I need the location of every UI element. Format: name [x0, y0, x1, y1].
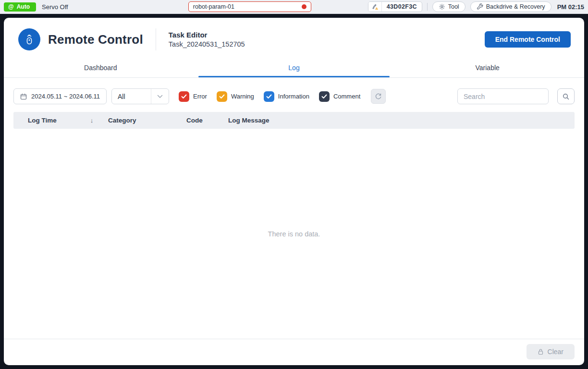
wrench-icon: [477, 3, 483, 10]
robot-id-box[interactable]: 43D02F3C: [368, 1, 422, 12]
task-name: Task_20240531_152705: [169, 40, 245, 48]
task-info: Task Editor Task_20240531_152705: [169, 31, 245, 48]
remote-control-panel: Remote Control Task Editor Task_20240531…: [4, 18, 584, 365]
log-table-body: There is no data.: [4, 129, 584, 339]
mode-badge-label: Auto: [17, 3, 30, 10]
log-time-header-label: Log Time: [28, 117, 57, 124]
system-clock: PM 02:15: [556, 3, 584, 11]
sort-desc-icon[interactable]: ↓: [90, 117, 94, 124]
backdrive-button-label: Backdrive & Recovery: [486, 3, 545, 10]
gear-icon: [439, 3, 445, 10]
category-select-value: All: [112, 89, 151, 104]
panel-header: Remote Control Task Editor Task_20240531…: [4, 18, 584, 59]
date-range-picker[interactable]: 2024.05.11 ~ 2024.06.11: [13, 88, 107, 104]
warning-checkbox-icon: [217, 91, 227, 102]
lock-icon: [538, 348, 544, 355]
information-checkbox-icon: [264, 91, 274, 102]
category-select[interactable]: All: [111, 88, 169, 104]
calendar-icon: [20, 93, 27, 100]
tab-log[interactable]: Log: [197, 59, 391, 77]
comment-checkbox-icon: [319, 91, 330, 102]
search-button[interactable]: [557, 88, 575, 104]
remote-control-logo-icon: [18, 28, 40, 50]
tab-dashboard[interactable]: Dashboard: [4, 59, 197, 77]
tab-bar: Dashboard Log Variable: [4, 59, 584, 78]
search-input[interactable]: [457, 88, 549, 104]
page-title: Task Editor: [169, 31, 245, 39]
robot-param-field[interactable]: robot-param-01: [188, 1, 311, 12]
top-system-bar: @ Auto Servo Off robot-param-01 43D02F3C: [0, 0, 588, 14]
filter-checkbox-comment[interactable]: Comment: [319, 91, 360, 102]
tool-button[interactable]: Tool: [432, 1, 466, 12]
tool-button-label: Tool: [448, 3, 459, 10]
backdrive-recovery-button[interactable]: Backdrive & Recovery: [470, 1, 551, 12]
topbar-divider: [427, 3, 428, 11]
app-title: Remote Control: [48, 32, 143, 47]
error-checkbox-label: Error: [193, 93, 207, 100]
filter-checkbox-error[interactable]: Error: [179, 91, 207, 102]
column-header-category[interactable]: Category: [108, 117, 186, 124]
error-checkbox-icon: [179, 91, 189, 102]
panel-footer: Clear: [4, 339, 584, 365]
empty-state-message: There is no data.: [268, 230, 320, 238]
robot-id-value: 43D02F3C: [382, 3, 422, 10]
log-table-header: Log Time ↓ Category Code Log Message: [13, 112, 575, 129]
column-header-log-message[interactable]: Log Message: [228, 117, 575, 124]
date-range-value: 2024.05.11 ~ 2024.06.11: [31, 93, 100, 100]
column-header-code[interactable]: Code: [186, 117, 228, 124]
tab-variable[interactable]: Variable: [391, 59, 584, 77]
clear-button[interactable]: Clear: [527, 344, 575, 359]
refresh-icon: [375, 93, 382, 100]
chevron-down-icon: [151, 89, 169, 104]
end-remote-control-button[interactable]: End Remote Control: [485, 31, 571, 48]
refresh-button[interactable]: [371, 89, 386, 104]
log-filter-bar: 2024.05.11 ~ 2024.06.11 All Error Warnin…: [4, 78, 584, 111]
header-divider: [156, 28, 156, 50]
auto-mode-icon: @: [8, 3, 14, 10]
search-icon: [562, 93, 570, 100]
filter-checkbox-information[interactable]: Information: [264, 91, 309, 102]
alert-dot-icon: [302, 4, 306, 9]
robot-warning-icon: [368, 2, 382, 12]
information-checkbox-label: Information: [278, 93, 309, 100]
column-header-log-time[interactable]: Log Time ↓: [13, 117, 108, 124]
warning-checkbox-label: Warning: [231, 93, 254, 100]
mode-badge-auto[interactable]: @ Auto: [4, 2, 36, 12]
servo-status-label: Servo Off: [42, 3, 68, 11]
robot-param-value: robot-param-01: [193, 3, 234, 10]
clear-button-label: Clear: [548, 348, 564, 356]
filter-checkbox-warning[interactable]: Warning: [217, 91, 254, 102]
comment-checkbox-label: Comment: [333, 93, 360, 100]
